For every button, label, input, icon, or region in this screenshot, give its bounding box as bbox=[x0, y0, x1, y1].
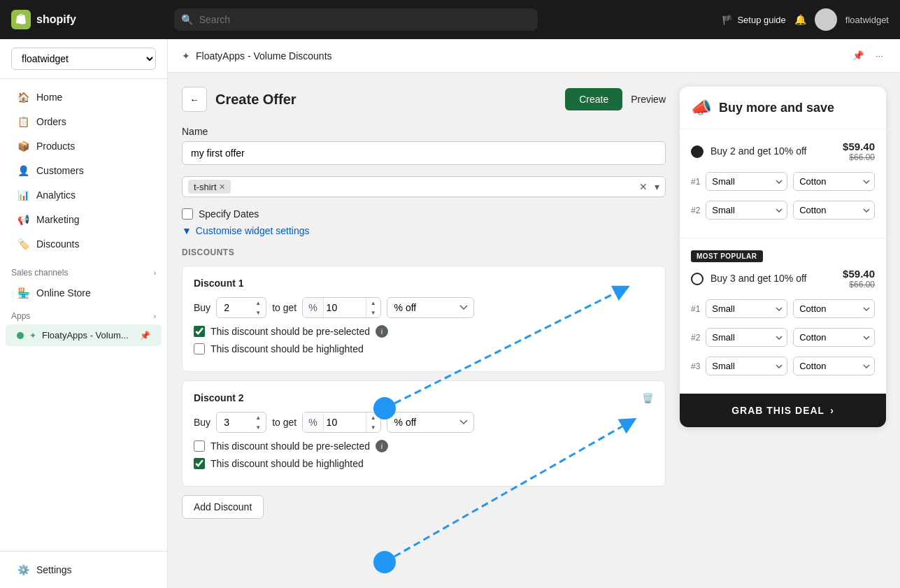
highlighted-1-label[interactable]: This discount should be highlighted bbox=[210, 343, 364, 354]
tag-clear-button[interactable]: ✕ bbox=[639, 181, 648, 192]
floaty-dot bbox=[17, 332, 24, 339]
offer-2-variant-1-material[interactable]: CottonPolyester bbox=[793, 299, 875, 318]
percent-2-decrement[interactable]: ▼ bbox=[366, 422, 380, 432]
offer-1-radio[interactable] bbox=[691, 145, 703, 158]
offer-2-variant-2-material[interactable]: CottonPolyester bbox=[793, 328, 875, 347]
buy-quantity-1-decrement[interactable]: ▼ bbox=[251, 308, 265, 317]
tag-field-group: t-shirt × ✕ ▾ bbox=[182, 176, 666, 197]
pre-selected-2-label[interactable]: This discount should be pre-selected bbox=[210, 440, 370, 452]
sidebar-item-floaty[interactable]: ✦ FloatyApps - Volum... 📌 bbox=[6, 324, 162, 346]
offer-1-price: $59.40 $66.00 bbox=[843, 141, 875, 162]
highlighted-1-checkbox[interactable] bbox=[194, 343, 205, 354]
create-button[interactable]: Create bbox=[565, 88, 622, 110]
sidebar-item-orders[interactable]: 📋 Orders bbox=[6, 110, 162, 134]
pre-selected-1-row: This discount should be pre-selected i bbox=[194, 325, 654, 338]
offer-2-variant-1-size[interactable]: SmallMedium bbox=[706, 299, 787, 318]
pre-selected-1-info[interactable]: i bbox=[376, 325, 388, 338]
pre-selected-1-checkbox[interactable] bbox=[194, 326, 205, 337]
search-icon: 🔍 bbox=[181, 14, 193, 25]
preview-button[interactable]: Preview bbox=[631, 94, 666, 105]
pin-icon: 📌 bbox=[140, 331, 150, 340]
discount-type-2-select[interactable]: % off Fixed amount bbox=[387, 412, 474, 433]
discount-1-card: Discount 1 Buy ▲ ▼ to get bbox=[182, 266, 666, 372]
highlighted-2-label[interactable]: This discount should be highlighted bbox=[210, 458, 364, 469]
offer-2-variant-3-size[interactable]: SmallMedium bbox=[706, 357, 787, 375]
sidebar-item-customers[interactable]: 👤 Customers bbox=[6, 159, 162, 182]
sales-channels-chevron[interactable]: › bbox=[154, 269, 156, 277]
flag-icon: 🏴 bbox=[722, 15, 733, 25]
store-select[interactable]: floatwidget bbox=[11, 48, 156, 70]
customise-label: Customise widget settings bbox=[196, 225, 310, 236]
pre-selected-2-checkbox[interactable] bbox=[194, 440, 205, 452]
buy-quantity-1-increment[interactable]: ▲ bbox=[251, 298, 265, 308]
percent-symbol-2: % bbox=[303, 413, 323, 432]
delete-discount-2-button[interactable]: 🗑️ bbox=[642, 393, 654, 403]
sidebar-item-discounts[interactable]: 🏷️ Discounts bbox=[6, 232, 162, 256]
sidebar-item-settings[interactable]: ⚙️ Settings bbox=[6, 558, 162, 582]
percent-2-input[interactable] bbox=[324, 413, 366, 432]
buy-quantity-1-spinners: ▲ ▼ bbox=[251, 297, 265, 318]
tag-remove-button[interactable]: × bbox=[220, 181, 225, 192]
tag-text: t-shirt bbox=[194, 182, 217, 192]
highlighted-1-row: This discount should be highlighted bbox=[194, 343, 654, 354]
percent-1-decrement[interactable]: ▼ bbox=[366, 308, 380, 317]
store-selector[interactable]: floatwidget bbox=[0, 39, 167, 79]
shopify-logo: shopify bbox=[11, 10, 76, 29]
discount-type-1-select[interactable]: % off Fixed amount bbox=[387, 297, 474, 318]
sidebar-item-products[interactable]: 📦 Products bbox=[6, 134, 162, 158]
tag-dropdown-button[interactable]: ▾ bbox=[655, 181, 659, 192]
buy-quantity-2-spinners: ▲ ▼ bbox=[251, 412, 265, 433]
sidebar-item-home[interactable]: 🏠 Home bbox=[6, 85, 162, 109]
percent-1-increment[interactable]: ▲ bbox=[366, 298, 380, 308]
name-input[interactable] bbox=[182, 141, 666, 165]
offer-1-variant-2-material[interactable]: CottonPolyester bbox=[793, 201, 875, 220]
form-header: ← Create Offer Create Preview bbox=[182, 87, 666, 112]
notifications-icon[interactable]: 🔔 bbox=[794, 14, 806, 25]
offer-2-variant-1: #1 SmallMedium CottonPolyester bbox=[691, 296, 875, 321]
setup-guide-button[interactable]: 🏴 Setup guide bbox=[722, 15, 785, 25]
buy-quantity-2-decrement[interactable]: ▼ bbox=[251, 422, 265, 432]
back-button[interactable]: ← bbox=[182, 87, 207, 112]
sidebar-item-online-store[interactable]: 🏪 Online Store bbox=[6, 281, 162, 305]
variant-num: #2 bbox=[691, 206, 700, 215]
more-button[interactable]: ··· bbox=[873, 48, 886, 64]
percent-2-increment[interactable]: ▲ bbox=[366, 413, 380, 422]
pin-button[interactable]: 📌 bbox=[850, 48, 867, 64]
shopify-wordmark: shopify bbox=[36, 13, 76, 26]
offer-2-variant-2-size[interactable]: SmallMedium bbox=[706, 328, 787, 347]
pre-selected-2-info[interactable]: i bbox=[376, 440, 388, 452]
apps-chevron[interactable]: › bbox=[154, 313, 156, 320]
sidebar-item-marketing[interactable]: 📢 Marketing bbox=[6, 208, 162, 231]
name-field-group: Name bbox=[182, 126, 666, 165]
sidebar-item-analytics[interactable]: 📊 Analytics bbox=[6, 183, 162, 207]
floaty-icon: ✦ bbox=[29, 331, 36, 340]
breadcrumb-text: FloatyApps - Volume Discounts bbox=[196, 50, 332, 62]
search-input[interactable] bbox=[174, 8, 538, 31]
specify-dates-label[interactable]: Specify Dates bbox=[199, 208, 259, 220]
grab-deal-button[interactable]: GRAB THIS DEAL › bbox=[680, 394, 886, 427]
customise-row[interactable]: ▼ Customise widget settings bbox=[182, 225, 666, 236]
home-icon: 🏠 bbox=[17, 91, 29, 103]
variant-num: #2 bbox=[691, 333, 700, 343]
offer-1-variant-1-material[interactable]: CottonPolyester bbox=[793, 172, 875, 191]
tag-search-input[interactable] bbox=[235, 181, 635, 192]
percent-1-input[interactable] bbox=[324, 298, 366, 317]
avatar[interactable] bbox=[815, 8, 837, 31]
discount-2-row: Buy ▲ ▼ to get % bbox=[194, 412, 654, 433]
shopify-logo-icon bbox=[11, 10, 31, 29]
specify-dates-checkbox[interactable] bbox=[182, 208, 193, 220]
offer-2-radio[interactable] bbox=[691, 273, 703, 285]
offer-2-variant-3-material[interactable]: CottonPolyester bbox=[793, 357, 875, 375]
buy-quantity-2-increment[interactable]: ▲ bbox=[251, 413, 265, 422]
pre-selected-1-label[interactable]: This discount should be pre-selected bbox=[210, 326, 370, 337]
offer-2-original-price: $66.00 bbox=[843, 280, 875, 289]
name-label: Name bbox=[182, 126, 666, 137]
offer-1-variant-2-size[interactable]: SmallMediumLarge bbox=[706, 201, 787, 220]
add-discount-button[interactable]: Add Discount bbox=[182, 495, 264, 519]
offer-2-variant-3: #3 SmallMedium CottonPolyester bbox=[691, 354, 875, 378]
tag-input-wrapper: t-shirt × ✕ ▾ bbox=[182, 176, 666, 197]
offer-1-variant-1-size[interactable]: SmallMediumLarge bbox=[706, 172, 787, 191]
offer-1-original-price: $66.00 bbox=[843, 152, 875, 162]
discounts-section-label: DISCOUNTS bbox=[182, 248, 666, 257]
highlighted-2-checkbox[interactable] bbox=[194, 458, 205, 469]
